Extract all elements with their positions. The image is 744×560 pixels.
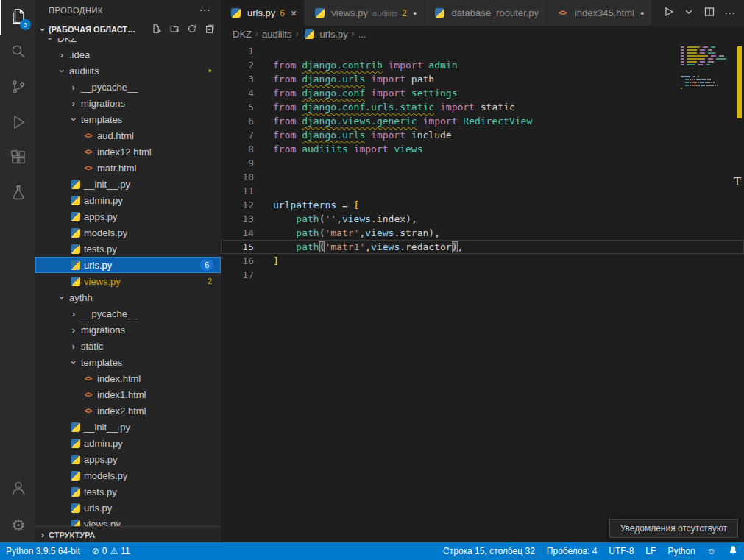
refresh-icon — [187, 24, 197, 35]
minimap[interactable] — [681, 43, 734, 93]
tree-item-tests.py[interactable]: tests.py — [35, 241, 221, 257]
split-editor-button[interactable] — [704, 6, 715, 21]
tree-item-admin.py[interactable]: admin.py — [35, 192, 221, 208]
breadcrumb-item-audiiits[interactable]: audiiits — [262, 29, 291, 40]
code-text: from django.urls import path — [273, 72, 434, 86]
activity-settings-button[interactable]: ⚙ — [0, 507, 35, 542]
tree-item-apps.py[interactable]: apps.py — [35, 451, 221, 467]
tree-item-models.py[interactable]: models.py — [35, 224, 221, 241]
tree-item-views.py[interactable]: views.py — [35, 516, 221, 526]
status-indentation[interactable]: Пробелов: 4 — [541, 542, 603, 560]
html-file-icon: <> — [82, 389, 93, 400]
status-problems[interactable]: ⊘0⚠11 — [86, 542, 136, 560]
html-file-icon: <> — [82, 146, 93, 157]
tree-item-migrations[interactable]: ›migrations — [35, 322, 221, 338]
tab-index345.html[interactable]: <>index345.html● — [547, 0, 652, 26]
new-file-icon — [152, 24, 162, 35]
tree-item-templates[interactable]: ›templates — [35, 111, 221, 127]
activity-source-control-button[interactable] — [0, 71, 35, 106]
tree-item-__pycache__[interactable]: ›__pycache__ — [35, 79, 221, 95]
tree-item-label: DKZ — [57, 38, 77, 44]
line-number: 9 — [221, 156, 254, 170]
status-language[interactable]: Python — [662, 542, 701, 560]
tab-urls.py[interactable]: urls.py6× — [221, 0, 305, 26]
tab-database_roouter.py[interactable]: database_roouter.py — [425, 0, 547, 26]
tree-item-apps.py[interactable]: apps.py — [35, 208, 221, 224]
new-folder-button[interactable] — [168, 23, 181, 36]
tree-item-templates[interactable]: ›templates — [35, 354, 221, 370]
minimap-artifact: T — [734, 175, 741, 189]
tab-views.py[interactable]: views.pyaudiiits2● — [305, 0, 425, 26]
tree-item-DKZ[interactable]: ›DKZ — [35, 38, 221, 46]
tree-item-matr.html[interactable]: <>matr.html — [35, 160, 221, 176]
editor[interactable]: 12from django.contrib import admin3from … — [221, 42, 744, 542]
run-button[interactable] — [662, 6, 674, 21]
tree-item-index12.html[interactable]: <>index12.html — [35, 143, 221, 160]
breadcrumb-item-...[interactable]: ... — [358, 29, 366, 40]
html-file-icon: <> — [82, 405, 93, 416]
notification-toast[interactable]: Уведомления отсутствуют — [609, 519, 738, 538]
chevron-down-icon: › — [68, 356, 79, 368]
collapse-all-button[interactable] — [203, 23, 216, 36]
line-number: 16 — [221, 254, 254, 268]
tree-item-audiiits[interactable]: ›audiiits● — [35, 63, 221, 79]
line-number: 10 — [221, 170, 254, 184]
activity-extensions-button[interactable] — [0, 141, 35, 177]
vscode-window: 3 ⚙ ПРОВОДНИК ⋯ › (РАБОЧАЯ ОБЛАСТЬ) ... … — [0, 0, 744, 542]
activity-account-button[interactable] — [0, 472, 35, 507]
run-dropdown[interactable] — [683, 6, 695, 21]
status-encoding[interactable]: UTF-8 — [603, 542, 640, 560]
activity-testing-button[interactable] — [0, 177, 35, 212]
tree-item-label: migrations — [81, 325, 125, 336]
tree-item-aud.html[interactable]: <>aud.html — [35, 127, 221, 143]
breadcrumb-item-urls.py[interactable]: urls.py — [302, 29, 347, 40]
workspace-section-header[interactable]: › (РАБОЧАЯ ОБЛАСТЬ) ... — [35, 21, 221, 38]
breadcrumb-label: urls.py — [319, 29, 347, 40]
tab-label: urls.py — [247, 7, 275, 18]
modified-dot-icon[interactable]: ● — [640, 10, 644, 17]
close-icon[interactable]: × — [291, 7, 297, 19]
tree-item-urls.py[interactable]: urls.py6 — [35, 257, 221, 273]
tree-item-migrations[interactable]: ›migrations — [35, 95, 221, 111]
activity-explorer-button[interactable]: 3 — [0, 0, 35, 35]
tree-item-index2.html[interactable]: <>index2.html — [35, 403, 221, 419]
activity-search-button[interactable] — [0, 35, 35, 71]
modified-dot-icon[interactable]: ● — [413, 10, 417, 17]
refresh-button[interactable] — [185, 23, 199, 36]
tree-item-views.py[interactable]: views.py2 — [35, 273, 221, 289]
tree-item-label: templates — [81, 114, 122, 125]
code-line-12: 12urlpatterns = [ — [221, 198, 744, 212]
tree-item-static[interactable]: ›static — [35, 338, 221, 354]
tree-item-label: views.py — [84, 276, 121, 287]
tree-item-label: urls.py — [84, 260, 112, 271]
breadcrumb-item-DKZ[interactable]: DKZ — [233, 29, 252, 40]
status-eol[interactable]: LF — [640, 542, 662, 560]
status-python-version[interactable]: Python 3.9.5 64-bit — [0, 542, 86, 560]
chevron-down-icon — [683, 6, 695, 21]
tree-item-index.html[interactable]: <>index.html — [35, 370, 221, 386]
code-line-9: 9 — [221, 156, 744, 170]
tree-item-.idea[interactable]: ›.idea — [35, 46, 221, 63]
modified-dot: ● — [208, 67, 212, 74]
breadcrumb-separator: › — [294, 29, 300, 39]
more-actions-icon[interactable]: ⋯ — [724, 7, 735, 20]
tree-item-index1.html[interactable]: <>index1.html — [35, 386, 221, 403]
overview-ruler[interactable]: T — [735, 42, 744, 542]
new-file-button[interactable] — [150, 23, 163, 36]
more-actions-icon[interactable]: ⋯ — [199, 4, 210, 17]
tree-item-__pycache__[interactable]: ›__pycache__ — [35, 305, 221, 322]
tree-item-urls.py[interactable]: urls.py — [35, 500, 221, 516]
tree-item-__init__.py[interactable]: __init__.py — [35, 176, 221, 192]
warning-icon: ⚠ — [110, 546, 118, 556]
status-feedback[interactable]: ☺ — [701, 542, 722, 560]
tree-item-tests.py[interactable]: tests.py — [35, 483, 221, 500]
status-cursor-position[interactable]: Строка 15, столбец 32 — [437, 542, 541, 560]
activity-run-debug-button[interactable] — [0, 106, 35, 141]
tree-item-aythh[interactable]: ›aythh — [35, 289, 221, 305]
outline-section-header[interactable]: › СТРУКТУРА — [35, 526, 221, 542]
status-notifications-bell[interactable] — [722, 542, 744, 560]
python-file-icon — [305, 29, 314, 39]
tree-item-models.py[interactable]: models.py — [35, 467, 221, 483]
tree-item-__init__.py[interactable]: __init__.py — [35, 419, 221, 435]
tree-item-admin.py[interactable]: admin.py — [35, 435, 221, 451]
